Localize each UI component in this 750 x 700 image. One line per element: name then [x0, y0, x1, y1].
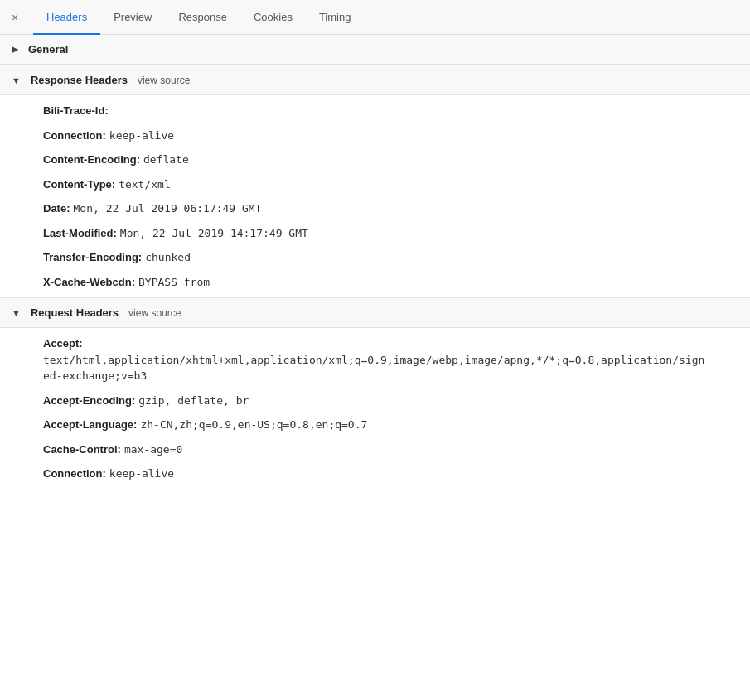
header-name: Accept-Language:	[43, 417, 137, 433]
header-value: zh-CN,zh;q=0.9,en-US;q=0.8,en;q=0.7	[140, 417, 367, 433]
table-row: Cache-Control:max-age=0	[0, 437, 750, 462]
general-section: ▶ General	[0, 35, 750, 65]
table-row: Last-Modified:Mon, 22 Jul 2019 14:17:49 …	[0, 221, 750, 246]
header-name: Connection:	[43, 466, 106, 482]
request-headers-section-header: ▼ Request Headers view source	[0, 298, 750, 328]
header-name: X-Cache-Webcdn:	[43, 274, 135, 291]
request-headers-view-source-link[interactable]: view source	[128, 307, 181, 319]
response-headers-view-source-link[interactable]: view source	[138, 75, 190, 86]
tab-headers[interactable]: Headers	[33, 0, 100, 35]
tab-bar: × Headers Preview Response Cookies Timin…	[0, 0, 750, 35]
table-row: Bili-Trace-Id:	[0, 99, 750, 123]
header-value: keep-alive	[109, 128, 174, 144]
header-name: Transfer-Encoding:	[43, 249, 142, 266]
table-row: X-Cache-Webcdn:BYPASS from	[0, 270, 750, 295]
table-row: Transfer-Encoding:chunked	[0, 245, 750, 270]
tab-response[interactable]: Response	[165, 0, 240, 35]
table-row: Connection:keep-alive	[0, 461, 750, 486]
general-section-header[interactable]: ▶ General	[0, 35, 750, 65]
header-name: Date:	[43, 200, 70, 217]
header-name: Last-Modified:	[43, 225, 117, 242]
general-collapse-triangle[interactable]: ▶	[12, 44, 18, 55]
request-headers-rows: Accept:text/html,application/xhtml+xml,a…	[0, 328, 750, 490]
header-name: Content-Encoding:	[43, 152, 140, 168]
header-name: Accept-Encoding:	[43, 393, 135, 409]
request-headers-collapse-triangle[interactable]: ▼	[12, 308, 21, 318]
general-section-title: General	[28, 43, 68, 56]
header-value: text/xml	[119, 176, 171, 193]
header-name: Connection:	[43, 128, 106, 144]
table-row: Accept-Language:zh-CN,zh;q=0.9,en-US;q=0…	[0, 413, 750, 437]
response-headers-section-header: ▼ Response Headers view source	[0, 65, 750, 95]
response-headers-title: Response Headers	[31, 74, 128, 86]
table-row: Accept:text/html,application/xhtml+xml,a…	[0, 331, 750, 389]
header-name: Bili-Trace-Id:	[43, 103, 109, 119]
table-row: Date:Mon, 22 Jul 2019 06:17:49 GMT	[0, 196, 750, 221]
tab-preview[interactable]: Preview	[100, 0, 165, 35]
request-headers-section: ▼ Request Headers view source Accept:tex…	[0, 298, 750, 490]
header-value: Mon, 22 Jul 2019 06:17:49 GMT	[74, 200, 262, 217]
table-row: Connection:keep-alive	[0, 123, 750, 148]
header-value: gzip, deflate, br	[138, 393, 249, 409]
response-headers-section: ▼ Response Headers view source Bili-Trac…	[0, 65, 750, 298]
tab-timing[interactable]: Timing	[306, 0, 365, 35]
request-headers-title: Request Headers	[31, 307, 119, 319]
header-value: max-age=0	[124, 442, 182, 458]
header-value: keep-alive	[109, 466, 174, 482]
header-value: Mon, 22 Jul 2019 14:17:49 GMT	[120, 225, 308, 242]
table-row: Content-Type:text/xml	[0, 172, 750, 197]
close-button[interactable]: ×	[7, 9, 23, 26]
header-name: Accept:	[43, 336, 83, 352]
header-value: deflate	[143, 152, 189, 168]
tab-cookies[interactable]: Cookies	[240, 0, 306, 35]
response-headers-collapse-triangle[interactable]: ▼	[12, 75, 21, 85]
header-value: BYPASS from	[138, 274, 210, 291]
table-row: Accept-Encoding:gzip, deflate, br	[0, 389, 750, 413]
response-headers-rows: Bili-Trace-Id:Connection:keep-aliveConte…	[0, 95, 750, 297]
header-name: Cache-Control:	[43, 442, 121, 458]
header-name: Content-Type:	[43, 176, 115, 193]
header-value: text/html,application/xhtml+xml,applicat…	[43, 352, 707, 384]
header-value: chunked	[145, 249, 191, 266]
table-row: Content-Encoding:deflate	[0, 147, 750, 172]
